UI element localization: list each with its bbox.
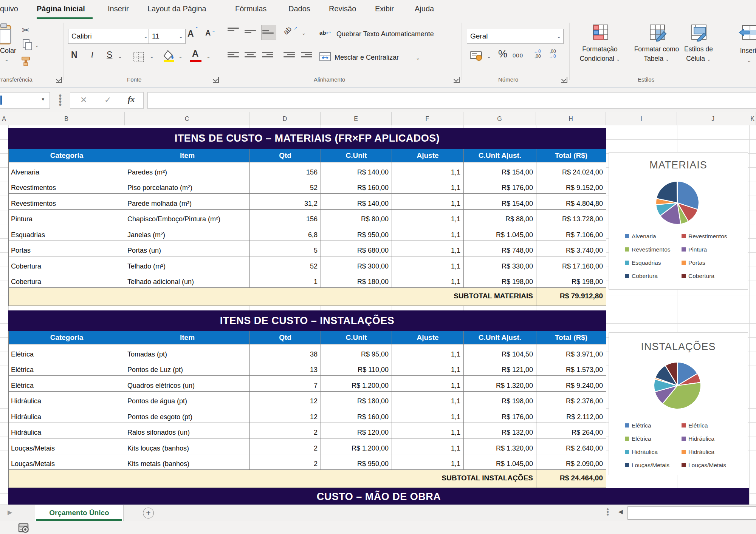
cell[interactable]: R$ 198,00 xyxy=(464,391,536,407)
subtotal-value[interactable]: R$ 79.912,80 xyxy=(536,288,606,306)
align-bottom-icon[interactable] xyxy=(261,25,276,40)
cell[interactable]: 1,1 xyxy=(392,423,464,438)
insert-function-icon[interactable]: fx xyxy=(128,94,135,104)
cell[interactable]: R$ 3.740,00 xyxy=(536,241,606,256)
cell[interactable]: 2 xyxy=(250,454,321,470)
subtotal-label[interactable]: SUBTOTAL INSTALAÇÕES xyxy=(9,470,536,488)
column-header[interactable]: Item xyxy=(125,331,250,344)
cell[interactable]: Portas (un) xyxy=(125,241,250,256)
cell[interactable]: Louças/Metais xyxy=(9,438,125,454)
font-size-combobox[interactable]: 11 ⌄ xyxy=(149,29,186,44)
column-header[interactable]: C.Unit Ajust. xyxy=(464,149,536,162)
tabbar-dots-icon[interactable]: ●●● xyxy=(606,508,609,516)
align-middle-icon[interactable] xyxy=(244,25,258,39)
conditional-formatting-button[interactable]: Formatação Condicional ⌄ xyxy=(575,23,625,70)
fill-color-icon[interactable] xyxy=(163,49,175,64)
align-center-icon[interactable] xyxy=(244,49,258,63)
cell[interactable]: R$ 9.152,00 xyxy=(536,178,606,194)
cell[interactable]: Telhado (m²) xyxy=(125,256,250,272)
cell[interactable]: Kits louças (banhos) xyxy=(125,438,250,454)
cell[interactable]: Esquadrias xyxy=(9,225,125,241)
cell[interactable]: R$ 140,00 xyxy=(321,162,392,178)
column-header-D[interactable]: D xyxy=(249,112,321,125)
cell[interactable]: R$ 330,00 xyxy=(464,256,536,272)
column-header-I[interactable]: I xyxy=(606,112,677,125)
align-left-icon[interactable] xyxy=(227,49,241,63)
align-right-icon[interactable] xyxy=(261,49,276,63)
cell[interactable]: R$ 2.640,00 xyxy=(536,438,606,454)
column-header-C[interactable]: C xyxy=(125,112,249,125)
cell[interactable]: 1 xyxy=(250,272,321,288)
installations-chart[interactable]: INSTALAÇÕES ElétricaElétricaElétricaHidr… xyxy=(609,332,748,475)
cell[interactable]: R$ 140,00 xyxy=(321,194,392,210)
cell[interactable]: 1,1 xyxy=(392,194,464,210)
ribbon-tab-inserir[interactable]: Inserir xyxy=(108,5,129,13)
formula-input[interactable] xyxy=(147,92,756,109)
column-header-F[interactable]: F xyxy=(392,112,463,125)
cell[interactable]: 38 xyxy=(250,344,321,360)
cell[interactable]: Portas xyxy=(9,241,125,256)
underline-button[interactable]: S xyxy=(107,50,112,60)
cell[interactable]: Pontos de água (pt) xyxy=(125,391,250,407)
column-header[interactable]: Ajuste xyxy=(392,149,464,162)
cell[interactable]: R$ 160,00 xyxy=(321,407,392,423)
cell[interactable]: 1,1 xyxy=(392,256,464,272)
ribbon-tab-dados[interactable]: Dados xyxy=(288,5,310,13)
cell[interactable]: R$ 2.376,00 xyxy=(536,391,606,407)
subtotal-value[interactable]: R$ 24.464,00 xyxy=(536,470,606,488)
horizontal-scrollbar[interactable] xyxy=(627,506,756,520)
align-top-icon[interactable] xyxy=(227,25,241,39)
cell-styles-button[interactable]: Estilos de Célula ⌄ xyxy=(676,23,721,70)
number-dialog-launcher-icon[interactable] xyxy=(561,77,567,83)
column-header[interactable]: Total (R$) xyxy=(536,331,606,344)
cell[interactable]: R$ 17.160,00 xyxy=(536,256,606,272)
column-header-J[interactable]: J xyxy=(677,112,749,125)
cell[interactable]: R$ 154,00 xyxy=(464,194,536,210)
cell[interactable]: R$ 24.024,00 xyxy=(536,162,606,178)
cell[interactable]: R$ 1.045,00 xyxy=(464,454,536,470)
cell[interactable]: Hidráulica xyxy=(9,423,125,438)
increase-decimal-icon[interactable]: ←0,00 xyxy=(534,49,541,59)
cell[interactable]: Elétrica xyxy=(9,360,125,376)
decrease-decimal-icon[interactable]: ,00→0 xyxy=(549,49,556,59)
column-header[interactable]: Qtd xyxy=(250,149,321,162)
accounting-format-icon[interactable] xyxy=(470,51,483,63)
cell[interactable]: Revestimentos xyxy=(9,194,125,210)
cell[interactable]: R$ 176,00 xyxy=(464,407,536,423)
cell[interactable]: R$ 198,00 xyxy=(536,272,606,288)
cell[interactable]: R$ 748,00 xyxy=(464,241,536,256)
cell[interactable]: 13 xyxy=(250,360,321,376)
percent-style-button[interactable]: % xyxy=(498,48,507,60)
cell[interactable]: Elétrica xyxy=(9,376,125,392)
italic-button[interactable]: I xyxy=(91,50,94,60)
cell[interactable]: 1,1 xyxy=(392,272,464,288)
cell[interactable]: R$ 9.240,00 xyxy=(536,376,606,392)
cell[interactable]: 6,8 xyxy=(250,225,321,241)
cell[interactable]: 1,1 xyxy=(392,391,464,407)
sheet-tab[interactable]: Orçamento Único xyxy=(35,505,124,521)
alignment-dialog-launcher-icon[interactable] xyxy=(454,77,460,83)
cell[interactable]: Kits metais (banhos) xyxy=(125,454,250,470)
cell[interactable]: Revestimentos xyxy=(9,178,125,194)
cell[interactable]: Tomadas (pt) xyxy=(125,344,250,360)
cell[interactable]: R$ 121,00 xyxy=(464,360,536,376)
cell[interactable]: 1,1 xyxy=(392,438,464,454)
paste-button[interactable]: Colar ⌄ xyxy=(0,23,20,67)
merge-center-button[interactable]: Mesclar e Centralizar xyxy=(335,54,399,62)
cell[interactable]: R$ 176,00 xyxy=(464,178,536,194)
cell[interactable]: 12 xyxy=(250,391,321,407)
column-header[interactable]: C.Unit Ajust. xyxy=(464,331,536,344)
cell[interactable]: 12 xyxy=(250,407,321,423)
ribbon-tab-exibir[interactable]: Exibir xyxy=(375,5,394,13)
cell[interactable]: Hidráulica xyxy=(9,391,125,407)
cell[interactable]: R$ 1.045,00 xyxy=(464,225,536,241)
cell[interactable]: R$ 1.320,00 xyxy=(464,438,536,454)
cell[interactable]: R$ 88,00 xyxy=(464,209,536,225)
cell[interactable]: R$ 13.728,00 xyxy=(536,209,606,225)
cell[interactable]: R$ 120,00 xyxy=(321,423,392,438)
cell[interactable]: 52 xyxy=(250,256,321,272)
cell[interactable]: 31,2 xyxy=(250,194,321,210)
hscroll-left-arrow-icon[interactable]: ◀ xyxy=(618,508,623,515)
column-header-G[interactable]: G xyxy=(463,112,536,125)
column-header-H[interactable]: H xyxy=(536,112,606,125)
